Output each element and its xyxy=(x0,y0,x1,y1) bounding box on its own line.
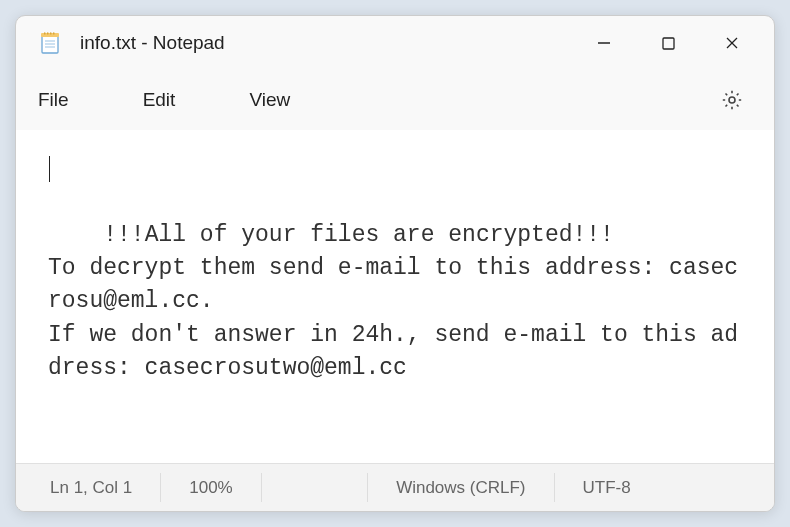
status-spacer xyxy=(262,473,368,501)
status-line-ending: Windows (CRLF) xyxy=(368,473,554,501)
menu-file[interactable]: File xyxy=(38,81,101,119)
menu-edit[interactable]: Edit xyxy=(143,81,208,119)
settings-button[interactable] xyxy=(712,80,752,120)
svg-rect-7 xyxy=(50,32,52,34)
window-controls xyxy=(572,16,764,70)
menu-view[interactable]: View xyxy=(249,81,322,119)
text-caret xyxy=(49,156,50,182)
status-cursor-position: Ln 1, Col 1 xyxy=(16,473,161,501)
document-text: !!!All of your files are encrypted!!! To… xyxy=(48,222,738,381)
text-editor-area[interactable]: !!!All of your files are encrypted!!! To… xyxy=(16,130,774,463)
minimize-button[interactable] xyxy=(572,16,636,70)
statusbar: Ln 1, Col 1 100% Windows (CRLF) UTF-8 xyxy=(16,463,774,511)
maximize-button[interactable] xyxy=(636,16,700,70)
svg-rect-10 xyxy=(663,38,674,49)
status-zoom[interactable]: 100% xyxy=(161,473,261,501)
svg-rect-8 xyxy=(53,32,55,34)
svg-point-13 xyxy=(729,97,735,103)
titlebar: info.txt - Notepad xyxy=(16,16,774,70)
notepad-app-icon xyxy=(38,31,62,55)
svg-rect-5 xyxy=(44,32,46,34)
status-encoding: UTF-8 xyxy=(555,473,659,501)
svg-rect-6 xyxy=(47,32,49,34)
menubar: File Edit View xyxy=(16,70,774,130)
close-button[interactable] xyxy=(700,16,764,70)
window-title: info.txt - Notepad xyxy=(80,32,572,54)
notepad-window: info.txt - Notepad File Edit View xyxy=(15,15,775,512)
